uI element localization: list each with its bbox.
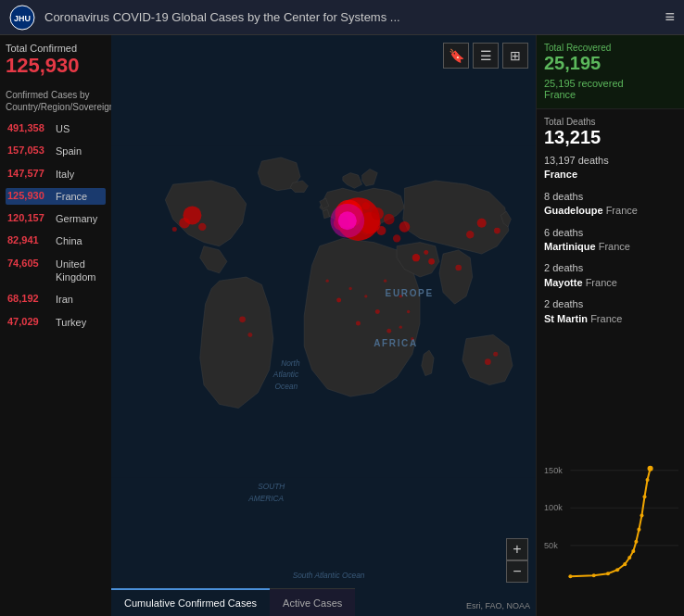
left-sidebar: Total Confirmed 125,930 Confirmed Cases … (0, 35, 111, 616)
svg-point-58 (592, 573, 596, 577)
country-list: 491,358 US157,053 Spain147,577 Italy125,… (6, 120, 106, 331)
svg-point-27 (466, 231, 474, 238)
svg-text:AMERICA: AMERICA (247, 494, 284, 503)
svg-point-68 (646, 478, 650, 482)
svg-point-35 (198, 223, 206, 231)
deaths-item: 8 deathsGuadeloupe France (544, 190, 677, 219)
svg-point-31 (375, 309, 380, 314)
map-toolbar: 🔖 ☰ ⊞ (443, 43, 528, 69)
total-confirmed-value: 125,930 (6, 54, 106, 78)
country-name: Italy (56, 168, 74, 181)
country-name: United Kingdom (56, 258, 104, 284)
svg-text:North: North (281, 358, 300, 368)
country-name: France (56, 190, 87, 203)
country-value: 491,358 (7, 122, 56, 133)
svg-point-61 (623, 562, 627, 566)
chart-panel: 150k 100k 50k (536, 424, 684, 616)
svg-point-57 (568, 574, 572, 578)
country-item[interactable]: 74,605 United Kingdom (6, 256, 106, 286)
deaths-item: 2 deathsMayotte France (544, 261, 677, 290)
menu-icon[interactable]: ≡ (665, 7, 675, 27)
country-item[interactable]: 491,358 US (6, 120, 106, 137)
svg-text:JHU: JHU (14, 14, 31, 23)
right-panel: Total Recovered 25,195 25,195 recovered … (536, 35, 684, 616)
deaths-item: 6 deathsMartinique France (544, 226, 677, 255)
svg-text:Ocean: Ocean (275, 382, 298, 391)
country-item[interactable]: 125,930 France (6, 188, 106, 205)
country-value: 68,192 (7, 293, 56, 304)
svg-point-23 (424, 250, 428, 255)
svg-point-40 (493, 352, 498, 357)
svg-point-69 (648, 466, 653, 471)
svg-point-47 (399, 295, 402, 297)
svg-text:Atlantic: Atlantic (272, 370, 299, 379)
country-name: Iran (56, 293, 73, 306)
tab-cumulative[interactable]: Cumulative Confirmed Cases (111, 588, 270, 616)
country-item[interactable]: 147,577 Italy (6, 166, 106, 182)
recovered-detail: 25,195 recovered France (544, 78, 677, 100)
country-name: US (56, 122, 70, 135)
svg-point-67 (642, 495, 646, 498)
deaths-total-label: Total Deaths (544, 117, 677, 127)
svg-text:SOUTH: SOUTH (258, 482, 285, 491)
svg-point-50 (411, 337, 413, 340)
svg-point-36 (172, 227, 177, 232)
app-title: Coronavirus COVID-19 Global Cases by the… (44, 10, 665, 24)
svg-text:100k: 100k (544, 503, 563, 512)
bookmark-btn[interactable]: 🔖 (443, 43, 469, 69)
trend-chart: 150k 100k 50k (542, 430, 678, 610)
svg-point-59 (606, 572, 610, 575)
deaths-panel: Total Deaths 13,215 13,197 deathsFrance8… (536, 109, 684, 424)
country-item[interactable]: 120,157 Germany (6, 210, 106, 227)
grid-btn[interactable]: ⊞ (502, 43, 528, 69)
deaths-list: 13,197 deathsFrance8 deathsGuadeloupe Fr… (544, 154, 677, 326)
recovered-value: 25,195 (544, 53, 677, 74)
svg-text:50k: 50k (544, 541, 558, 550)
svg-point-28 (455, 265, 462, 271)
country-item[interactable]: 68,192 Iran (6, 291, 106, 308)
recovered-label: Total Recovered (544, 43, 677, 53)
svg-point-21 (393, 234, 400, 242)
svg-point-17 (376, 226, 386, 235)
country-value: 125,930 (7, 190, 56, 201)
list-btn[interactable]: ☰ (473, 43, 499, 69)
deaths-item: 2 deathsSt Martin France (544, 297, 677, 326)
svg-point-48 (407, 310, 410, 313)
tab-active[interactable]: Active Cases (270, 588, 355, 616)
country-item[interactable]: 82,941 China (6, 233, 106, 249)
zoom-out-btn[interactable]: − (506, 560, 528, 583)
country-item[interactable]: 157,053 Spain (6, 143, 106, 159)
country-value: 120,157 (7, 212, 56, 223)
jhu-logo: JHU (9, 5, 35, 31)
svg-point-15 (372, 207, 384, 220)
svg-point-39 (485, 358, 491, 365)
svg-point-63 (631, 549, 635, 553)
total-confirmed-label: Total Confirmed (6, 43, 106, 54)
confirmed-section-title: Confirmed Cases by Country/Region/Sovere… (6, 89, 106, 113)
svg-point-62 (627, 556, 631, 559)
world-map: North Atlantic Ocean SOUTH AMERICA South… (111, 35, 536, 588)
svg-point-20 (399, 221, 411, 233)
svg-point-34 (179, 218, 190, 229)
main-content: Total Confirmed 125,930 Confirmed Cases … (0, 35, 684, 616)
country-item[interactable]: 47,029 Turkey (6, 314, 106, 331)
deaths-total-value: 13,215 (544, 127, 677, 148)
country-name: Spain (56, 145, 82, 157)
svg-point-49 (399, 325, 402, 328)
country-value: 74,605 (7, 258, 56, 269)
svg-point-65 (637, 528, 640, 532)
app-header: JHU Coronavirus COVID-19 Global Cases by… (0, 0, 684, 35)
country-value: 47,029 (7, 316, 56, 327)
svg-point-43 (325, 280, 328, 283)
svg-point-66 (640, 513, 643, 517)
svg-text:South Atlantic Ocean: South Atlantic Ocean (293, 571, 365, 580)
svg-point-44 (348, 287, 351, 290)
svg-point-29 (336, 298, 341, 303)
country-value: 82,941 (7, 234, 56, 245)
svg-point-37 (239, 316, 246, 322)
svg-point-24 (428, 258, 435, 265)
svg-text:EUROPE: EUROPE (386, 288, 434, 298)
svg-point-26 (494, 228, 500, 234)
map-container: 🔖 ☰ ⊞ (111, 35, 536, 616)
zoom-in-btn[interactable]: + (506, 538, 528, 560)
